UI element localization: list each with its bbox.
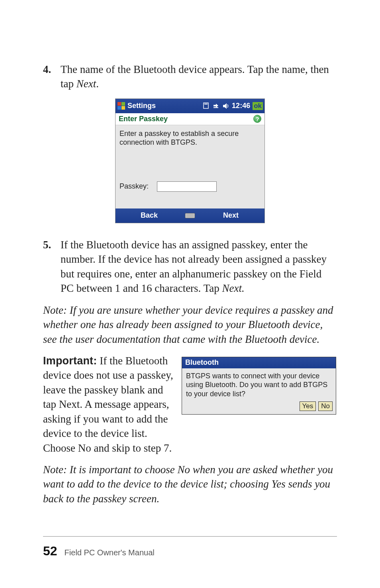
step-5-text: If the Bluetooth device has an assigned … — [61, 238, 337, 296]
bottom-bar: Back Next — [116, 208, 264, 223]
enter-passkey-heading: Enter Passkey — [119, 115, 168, 123]
step-4-a: The name of the Bluetooth device appears… — [61, 63, 329, 90]
ok-button[interactable]: ok — [253, 102, 263, 110]
important-paragraph: Important: If the Bluetooth device does … — [43, 354, 174, 455]
dialog-body: BTGPS wants to connect with your device … — [182, 368, 336, 399]
passkey-input[interactable] — [157, 181, 217, 192]
yes-button[interactable]: Yes — [300, 401, 316, 411]
settings-screenshot: Settings 12:46 ok Enter Passkey ? Enter … — [115, 98, 265, 223]
step-4-em: Next — [76, 78, 96, 90]
signal-icon — [203, 102, 210, 110]
page-number: 52 — [43, 544, 57, 559]
passkey-message: Enter a passkey to establish a secure co… — [119, 129, 261, 147]
back-button[interactable]: Back — [116, 211, 183, 220]
windows-flag-icon — [117, 102, 126, 110]
dialog-title: Bluetooth — [182, 357, 336, 368]
speaker-icon — [222, 102, 229, 110]
important-body: If the Bluetooth device does not use a p… — [43, 355, 173, 454]
bluetooth-dialog: Bluetooth BTGPS wants to connect with yo… — [182, 357, 336, 415]
step-4-text: The name of the Bluetooth device appears… — [61, 62, 337, 91]
settings-title: Settings — [127, 102, 203, 110]
important-label: Important: — [43, 355, 97, 367]
status-time: 12:46 — [232, 102, 250, 110]
note-choose-no: Note: It is important to choose No when … — [43, 462, 337, 506]
svg-rect-2 — [214, 107, 218, 108]
step-5-a: If the Bluetooth device has an assigned … — [61, 239, 327, 294]
settings-titlebar: Settings 12:46 ok — [116, 99, 264, 113]
manual-title: Field PC Owner's Manual — [65, 548, 155, 557]
step-5-number: 5. — [43, 238, 61, 296]
page-footer: 52 Field PC Owner's Manual — [43, 536, 337, 559]
subheader: Enter Passkey ? — [116, 113, 264, 125]
next-button[interactable]: Next — [197, 211, 264, 220]
step-4-b: . — [96, 78, 99, 90]
step-5-em: Next. — [222, 282, 244, 294]
svg-rect-1 — [204, 104, 208, 104]
passkey-label: Passkey: — [119, 182, 153, 191]
help-icon[interactable]: ? — [253, 115, 261, 123]
step-4-number: 4. — [43, 62, 61, 91]
no-button[interactable]: No — [318, 401, 333, 411]
note-passkey-unsure: Note: If you are unsure whether your dev… — [43, 303, 337, 346]
keyboard-icon[interactable] — [183, 212, 197, 219]
sync-icon — [213, 102, 220, 110]
status-bar: 12:46 — [203, 102, 250, 110]
